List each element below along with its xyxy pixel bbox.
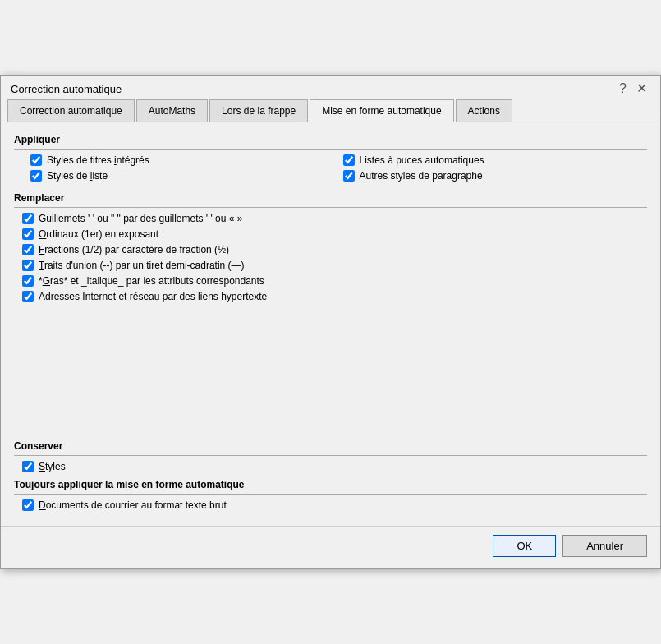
checkbox-fractions-label[interactable]: Fractions (1/2) par caractère de fractio…	[39, 244, 229, 255]
cancel-button[interactable]: Annuler	[562, 535, 647, 557]
tab-automaths[interactable]: AutoMaths	[136, 99, 208, 122]
divider-conserver	[14, 455, 647, 456]
checkbox-documents-courrier[interactable]	[22, 499, 34, 511]
tab-lors-de-la-frappe[interactable]: Lors de la frappe	[209, 99, 308, 122]
spacer	[14, 309, 647, 440]
checkbox-autres-styles[interactable]	[343, 170, 355, 182]
section-conserver: Conserver Styles	[14, 440, 647, 472]
help-button[interactable]: ?	[616, 82, 630, 95]
dialog-title: Correction automatique	[11, 83, 122, 95]
checkbox-guillemets[interactable]	[22, 213, 34, 224]
checkbox-adresses-internet[interactable]	[22, 291, 34, 302]
checkbox-adresses-label[interactable]: Adresses Internet et réseau par des lien…	[39, 291, 267, 302]
checkbox-documents-courrier-label[interactable]: Documents de courrier au format texte br…	[39, 499, 227, 511]
checkbox-gras-italique-row: *Gras* et _italique_ par les attributs c…	[22, 275, 647, 287]
section-toujours-title: Toujours appliquer la mise en forme auto…	[14, 479, 647, 490]
title-bar: Correction automatique ? ✕	[1, 76, 660, 99]
checkbox-styles-row: Styles	[22, 461, 647, 472]
section-conserver-title: Conserver	[14, 440, 647, 452]
checkbox-styles-liste[interactable]	[30, 170, 42, 182]
tab-content: Appliquer Styles de titres intégrés List…	[1, 122, 660, 526]
section-toujours: Toujours appliquer la mise en forme auto…	[14, 479, 647, 511]
checkbox-fractions-row: Fractions (1/2) par caractère de fractio…	[22, 244, 647, 255]
checkbox-ordinaux-label[interactable]: Ordinaux (1er) en exposant	[39, 228, 158, 240]
tab-correction-automatique[interactable]: Correction automatique	[7, 99, 135, 122]
checkbox-gras-italique-label[interactable]: *Gras* et _italique_ par les attributs c…	[39, 275, 264, 287]
ok-button[interactable]: OK	[493, 535, 556, 557]
checkbox-ordinaux[interactable]	[22, 228, 34, 240]
checkbox-styles-liste-label[interactable]: Styles de liste	[47, 170, 108, 182]
dialog: Correction automatique ? ✕ Correction au…	[0, 75, 661, 569]
close-button[interactable]: ✕	[633, 82, 650, 95]
section-remplacer-title: Remplacer	[14, 192, 647, 204]
checkbox-fractions[interactable]	[22, 244, 34, 255]
checkbox-styles-liste-row: Styles de liste	[30, 170, 335, 182]
appliquer-checkboxes: Styles de titres intégrés Listes à puces…	[22, 154, 647, 186]
checkbox-autres-styles-row: Autres styles de paragraphe	[343, 170, 648, 182]
divider-appliquer	[14, 149, 647, 150]
title-bar-controls: ? ✕	[616, 82, 650, 95]
checkbox-listes-puces[interactable]	[343, 154, 355, 166]
checkbox-traits-union[interactable]	[22, 260, 34, 271]
checkbox-styles-titres[interactable]	[30, 154, 42, 166]
checkbox-styles-label[interactable]: Styles	[39, 461, 66, 472]
section-appliquer: Appliquer Styles de titres intégrés List…	[14, 134, 647, 186]
divider-remplacer	[14, 207, 647, 208]
checkbox-styles-titres-row: Styles de titres intégrés	[30, 154, 335, 166]
checkbox-gras-italique[interactable]	[22, 275, 34, 287]
checkbox-guillemets-row: Guillemets ' ' ou " " par des guillemets…	[22, 213, 647, 224]
section-remplacer: Remplacer Guillemets ' ' ou " " par des …	[14, 192, 647, 302]
checkbox-autres-styles-label[interactable]: Autres styles de paragraphe	[360, 170, 483, 182]
section-appliquer-title: Appliquer	[14, 134, 647, 145]
checkbox-styles[interactable]	[22, 461, 34, 472]
tab-bar: Correction automatique AutoMaths Lors de…	[1, 99, 660, 122]
tab-mise-en-forme-automatique[interactable]: Mise en forme automatique	[310, 99, 453, 122]
tab-actions[interactable]: Actions	[456, 99, 512, 122]
checkbox-guillemets-label[interactable]: Guillemets ' ' ou " " par des guillemets…	[39, 213, 242, 224]
checkbox-documents-courrier-row: Documents de courrier au format texte br…	[22, 499, 647, 511]
checkbox-adresses-row: Adresses Internet et réseau par des lien…	[22, 291, 647, 302]
checkbox-listes-puces-row: Listes à puces automatiques	[343, 154, 648, 166]
checkbox-traits-union-label[interactable]: Traits d'union (--) par un tiret demi-ca…	[39, 260, 245, 271]
dialog-footer: OK Annuler	[1, 526, 660, 568]
checkbox-ordinaux-row: Ordinaux (1er) en exposant	[22, 228, 647, 240]
checkbox-traits-union-row: Traits d'union (--) par un tiret demi-ca…	[22, 260, 647, 271]
checkbox-listes-puces-label[interactable]: Listes à puces automatiques	[360, 154, 484, 166]
checkbox-styles-titres-label[interactable]: Styles de titres intégrés	[47, 154, 149, 166]
divider-toujours	[14, 494, 647, 494]
